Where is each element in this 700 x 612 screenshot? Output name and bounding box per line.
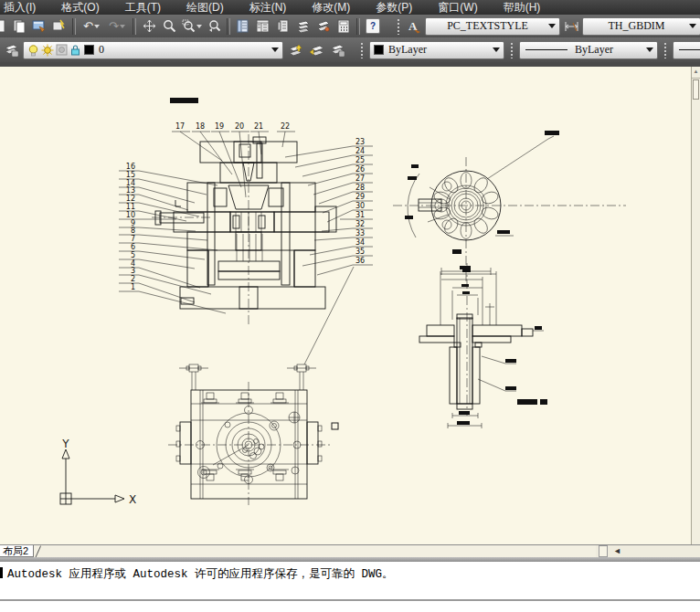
tool-palettes-icon[interactable]	[274, 17, 292, 36]
dim-style-combo[interactable]: TH_GBDIM	[582, 17, 700, 36]
undo-button[interactable]: ↶	[80, 17, 103, 36]
svg-text:35: 35	[355, 248, 365, 256]
lineweight-control-combo[interactable]	[673, 41, 700, 59]
toolbar-separator	[227, 18, 230, 35]
layer-states-icon[interactable]	[328, 41, 346, 59]
quickcalc-icon[interactable]	[334, 17, 353, 36]
part-callouts-left: 16 15 14 13 12 11 10 9 8 7 6 5 4 3 2 1	[119, 163, 226, 313]
horizontal-scrollbar[interactable]: ◄	[596, 545, 700, 557]
new-icon[interactable]	[0, 17, 8, 36]
menu-bar: 插入(I) 格式(O) 工具(T) 绘图(D) 标注(N) 修改(M) 参数(P…	[0, 0, 700, 15]
toolbar-separator	[356, 18, 360, 35]
zoom-window-icon[interactable]	[180, 17, 203, 36]
color-control-combo[interactable]: ByLayer	[369, 41, 504, 59]
ucs-y-label: Y	[61, 438, 69, 450]
svg-text:1: 1	[131, 283, 135, 291]
designcenter-icon[interactable]	[254, 17, 272, 36]
menu-draw[interactable]: 绘图(D)	[186, 0, 224, 15]
chevron-down-icon	[271, 47, 279, 52]
drawing-canvas[interactable]: 17 18 19 20 21 22 16 15 14 13 12 11	[0, 67, 691, 544]
help-icon[interactable]: ?	[364, 17, 382, 36]
linetype-control-combo[interactable]: ByLayer	[519, 41, 658, 59]
layer-previous-icon[interactable]	[307, 41, 325, 59]
ucs-x-label: X	[129, 493, 136, 506]
horizontal-scroll-thumb[interactable]	[599, 545, 608, 557]
sheetset-manager-icon[interactable]	[294, 17, 313, 36]
chevron-down-icon	[493, 47, 500, 52]
ucs-icon: Y X	[60, 438, 136, 506]
redo-button[interactable]: ↷	[105, 17, 129, 36]
menu-modify[interactable]: 修改(M)	[312, 0, 350, 15]
chevron-down-icon	[689, 24, 696, 28]
text-style-combo[interactable]: PC_TEXTSTYLE	[425, 17, 560, 36]
menu-format[interactable]: 格式(O)	[61, 0, 99, 15]
standard-toolbar: ↶ ↷	[0, 15, 700, 37]
svg-text:28: 28	[355, 184, 365, 192]
properties-palette-icon[interactable]	[234, 17, 252, 36]
lightbulb-icon[interactable]	[27, 44, 39, 57]
clipped-char	[0, 567, 3, 578]
vertical-scroll-thumb[interactable]	[693, 79, 699, 100]
quick-select-icon[interactable]	[50, 17, 69, 36]
svg-text:3: 3	[131, 267, 135, 275]
layer-properties-icon[interactable]	[2, 41, 20, 59]
dim-style-icon[interactable]	[562, 17, 580, 36]
svg-text:33: 33	[355, 229, 365, 237]
layers-toolbar: 0 ByLayer ByLayer	[0, 37, 700, 62]
menu-help[interactable]: 帮助(H)	[504, 0, 541, 15]
freeze-column-icon[interactable]	[56, 44, 68, 56]
zoom-previous-icon[interactable]	[205, 17, 223, 36]
toolbar-grip[interactable]	[663, 42, 667, 58]
menu-parametric[interactable]: 参数(P)	[376, 0, 412, 15]
menu-insert[interactable]: 插入(I)	[4, 0, 36, 15]
linetype-sample	[525, 49, 567, 50]
toolbar-separator	[133, 18, 136, 35]
text-style-icon[interactable]: A	[405, 17, 423, 36]
svg-text:27: 27	[355, 174, 365, 183]
tab-layout2[interactable]: 布局2	[0, 545, 34, 557]
menu-dimension[interactable]: 标注(N)	[249, 0, 287, 15]
bushing-section-view	[419, 263, 547, 428]
toolbar-grip[interactable]	[397, 18, 400, 35]
svg-text:17: 17	[175, 122, 185, 131]
svg-text:13: 13	[126, 186, 135, 195]
pan-icon[interactable]	[140, 17, 158, 36]
assembly-section-view	[152, 134, 336, 325]
svg-text:36: 36	[355, 257, 365, 265]
make-object-layer-current-icon[interactable]	[286, 41, 304, 59]
lineweight-sample	[679, 49, 700, 50]
command-message: Autodesk 应用程序或 Autodesk 许可的应用程序保存，是可靠的 D…	[7, 566, 394, 582]
svg-text:26: 26	[355, 165, 365, 174]
flange-circular-view	[393, 131, 626, 285]
zoom-realtime-icon[interactable]	[160, 17, 178, 36]
paste-icon[interactable]	[10, 17, 28, 36]
svg-text:20: 20	[235, 122, 244, 131]
svg-text:15: 15	[126, 171, 135, 179]
undo-icon: ↶	[83, 20, 93, 32]
menu-tools[interactable]: 工具(T)	[125, 0, 161, 15]
menu-window[interactable]: 窗口(W)	[438, 0, 477, 15]
lock-icon[interactable]	[69, 44, 81, 57]
selection-grip[interactable]	[332, 423, 338, 429]
command-line-window[interactable]: Autodesk 应用程序或 Autodesk 许可的应用程序保存，是可靠的 D…	[0, 562, 700, 612]
scroll-up-icon[interactable]: ▲	[692, 67, 700, 79]
markup-set-manager-icon[interactable]	[314, 17, 333, 36]
sun-icon[interactable]	[41, 44, 54, 57]
svg-text:31: 31	[355, 211, 365, 219]
color-swatch	[374, 45, 384, 55]
text-style-value: PC_TEXTSTYLE	[430, 19, 546, 33]
svg-text:23: 23	[355, 138, 365, 146]
vertical-scrollbar[interactable]: ▲	[691, 67, 700, 544]
linetype-value: ByLayer	[573, 43, 643, 57]
current-layer-name: 0	[97, 43, 269, 57]
redo-caret-icon[interactable]	[120, 25, 125, 28]
part-callouts-right: 23 24 25 26 27 28 29 30 31 32 33 34 35 3…	[285, 138, 373, 364]
scroll-left-icon[interactable]: ◄	[613, 546, 621, 556]
undo-caret-icon[interactable]	[94, 25, 100, 28]
toolbar-grip[interactable]	[360, 42, 364, 58]
svg-text:34: 34	[355, 238, 365, 247]
match-properties-icon[interactable]	[30, 17, 48, 36]
toolbar-separator	[72, 18, 76, 35]
layer-combo[interactable]: 0	[23, 41, 283, 59]
toolbar-grip[interactable]	[510, 42, 514, 58]
